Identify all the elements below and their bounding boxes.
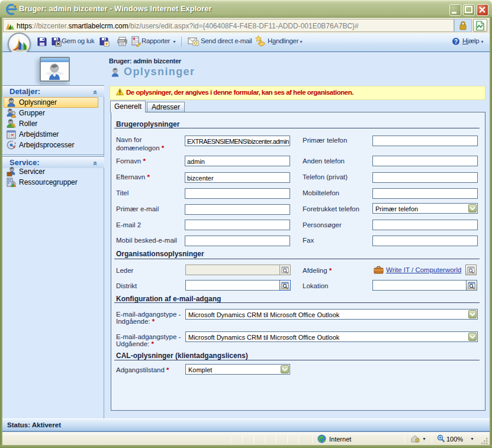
svg-text:?: ? (454, 38, 458, 45)
